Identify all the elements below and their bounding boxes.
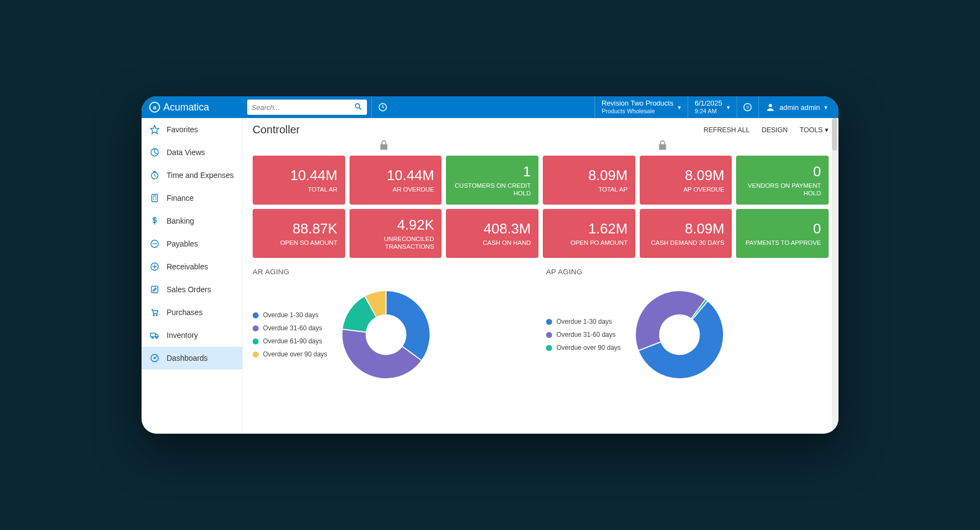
- company-selector[interactable]: Revision Two Products Products Wholesale…: [595, 96, 688, 118]
- legend-item[interactable]: Overdue over 90 days: [546, 344, 621, 352]
- sidebar-item-dashboards[interactable]: Dashboards: [142, 347, 242, 369]
- legend-item[interactable]: Overdue 31-60 days: [546, 331, 621, 338]
- sidebar-item-favorites[interactable]: Favorites: [142, 118, 242, 141]
- legend-item[interactable]: Overdue 61-90 days: [253, 337, 327, 345]
- design-button[interactable]: DESIGN: [762, 126, 788, 134]
- kpi-vendors-on-payment-hold[interactable]: 0VENDORS ON PAYMENT HOLD: [736, 156, 829, 205]
- sidebar-item-label: Purchases: [167, 308, 203, 317]
- kpi-value: 8.09M: [685, 167, 724, 184]
- kpi-value: 4.92K: [397, 217, 434, 233]
- history-button[interactable]: [371, 96, 393, 118]
- sidebar-item-receivables[interactable]: Receivables: [142, 255, 242, 278]
- kpi-ap-overdue[interactable]: 8.09MAP OVERDUE: [640, 156, 732, 205]
- legend-item[interactable]: Overdue 31-60 days: [253, 324, 327, 332]
- locks-row: [253, 139, 829, 156]
- sidebar-item-banking[interactable]: Banking: [142, 209, 242, 232]
- kpi-label: PAYMENTS TO APPROVE: [746, 239, 821, 247]
- kpi-open-po-amount[interactable]: 1.62MOPEN PO AMOUNT: [543, 209, 635, 258]
- svg-point-22: [156, 315, 157, 316]
- business-date[interactable]: 6/1/2025 9:24 AM ▾: [688, 96, 737, 118]
- brand-icon: a: [149, 102, 160, 113]
- page-title: Controller: [253, 124, 300, 136]
- kpi-label: VENDORS ON PAYMENT HOLD: [744, 182, 821, 198]
- kpi-value: 0: [813, 163, 821, 180]
- calc-icon: [149, 193, 160, 203]
- search-input[interactable]: [252, 103, 354, 112]
- legend-label: Overdue 61-90 days: [263, 337, 322, 345]
- legend-dot: [546, 319, 552, 325]
- legend-dot: [253, 338, 259, 344]
- user-menu[interactable]: admin admin ▾: [758, 96, 838, 118]
- svg-rect-20: [151, 286, 158, 293]
- search-icon[interactable]: [354, 102, 363, 113]
- plus-icon: [149, 262, 160, 272]
- user-icon: [765, 102, 775, 112]
- sidebar-item-data-views[interactable]: Data Views: [142, 141, 242, 164]
- legend-item[interactable]: Overdue over 90 days: [253, 350, 327, 358]
- chevron-down-icon: ▾: [727, 104, 730, 111]
- ar-aging-title: AR AGING: [253, 268, 535, 276]
- search-box[interactable]: [247, 100, 367, 115]
- legend-dot: [546, 332, 552, 338]
- ap-aging-title: AP AGING: [546, 268, 829, 276]
- kpi-total-ap[interactable]: 8.09MTOTAL AP: [543, 156, 635, 205]
- kpi-unreconciled-transactions[interactable]: 4.92KUNRECONCILED TRANSACTIONS: [350, 209, 442, 258]
- clock-icon: [149, 170, 160, 180]
- scrollbar[interactable]: [832, 118, 837, 433]
- svg-point-21: [153, 315, 154, 316]
- svg-point-25: [156, 337, 157, 338]
- svg-point-27: [154, 358, 155, 359]
- legend-item[interactable]: Overdue 1-30 days: [546, 318, 621, 325]
- kpi-total-ar[interactable]: 10.44MTOTAL AR: [253, 156, 345, 205]
- sidebar-item-time-and-expenses[interactable]: Time and Expenses: [142, 164, 242, 187]
- app-window: a Acumatica Revision Two Products Produc…: [142, 96, 838, 434]
- sidebar-item-label: Inventory: [167, 331, 198, 340]
- sidebar-item-payables[interactable]: Payables: [142, 232, 242, 255]
- kpi-ar-overdue[interactable]: 10.44MAR OVERDUE: [350, 156, 442, 205]
- kpi-value: 8.09M: [685, 220, 724, 237]
- tools-button[interactable]: TOOLS ▾: [800, 126, 829, 134]
- sidebar-item-label: Favorites: [167, 125, 198, 134]
- kpi-label: AP OVERDUE: [683, 186, 724, 194]
- kpi-payments-to-approve[interactable]: 0PAYMENTS TO APPROVE: [736, 209, 829, 258]
- titlebar: Controller REFRESH ALL DESIGN TOOLS ▾: [253, 124, 829, 136]
- kpi-label: CASH ON HAND: [483, 239, 531, 247]
- ap-aging-legend: Overdue 1-30 daysOverdue 31-60 daysOverd…: [546, 318, 621, 352]
- kpi-label: CUSTOMERS ON CREDIT HOLD: [454, 182, 531, 198]
- kpi-customers-on-credit-hold[interactable]: 1CUSTOMERS ON CREDIT HOLD: [446, 156, 538, 205]
- kpi-value: 88.87K: [292, 220, 337, 237]
- user-name: admin admin: [780, 103, 820, 112]
- ap-aging-donut: [630, 286, 728, 384]
- svg-point-5: [769, 104, 772, 107]
- kpi-cash-demand-30-days[interactable]: 8.09MCASH DEMAND 30 DAYS: [640, 209, 732, 258]
- help-button[interactable]: ?: [737, 96, 758, 118]
- kpi-label: OPEN PO AMOUNT: [571, 239, 628, 247]
- business-date-value: 6/1/2025: [695, 100, 722, 108]
- legend-item[interactable]: Overdue 1-30 days: [253, 311, 327, 319]
- legend-dot: [253, 352, 259, 358]
- gauge-icon: [149, 353, 160, 363]
- kpi-label: AR OVERDUE: [393, 186, 434, 194]
- sidebar-item-label: Finance: [167, 194, 194, 202]
- sidebar-item-label: Banking: [167, 217, 194, 225]
- legend-dot: [253, 312, 259, 318]
- refresh-all-button[interactable]: REFRESH ALL: [703, 126, 750, 134]
- legend-label: Overdue 31-60 days: [263, 324, 322, 332]
- sidebar: FavoritesData ViewsTime and ExpensesFina…: [142, 118, 243, 434]
- kpi-value: 10.44M: [290, 167, 338, 184]
- legend-dot: [253, 325, 259, 331]
- sidebar-item-inventory[interactable]: Inventory: [142, 324, 242, 347]
- company-name: Revision Two Products: [602, 100, 673, 108]
- chevron-down-icon: ▾: [678, 104, 681, 111]
- sidebar-item-purchases[interactable]: Purchases: [142, 301, 242, 324]
- scrollbar-thumb[interactable]: [832, 118, 837, 151]
- ar-aging-panel: AR AGING Overdue 1-30 daysOverdue 31-60 …: [253, 268, 535, 384]
- sidebar-item-finance[interactable]: Finance: [142, 187, 242, 209]
- sidebar-item-sales-orders[interactable]: Sales Orders: [142, 278, 242, 301]
- brand[interactable]: a Acumatica: [142, 102, 243, 113]
- kpi-open-so-amount[interactable]: 88.87KOPEN SO AMOUNT: [253, 209, 345, 258]
- kpi-label: OPEN SO AMOUNT: [280, 239, 338, 247]
- kpi-value: 408.3M: [483, 220, 531, 237]
- kpi-row-2: 88.87KOPEN SO AMOUNT4.92KUNRECONCILED TR…: [253, 209, 829, 258]
- kpi-cash-on-hand[interactable]: 408.3MCASH ON HAND: [446, 209, 538, 258]
